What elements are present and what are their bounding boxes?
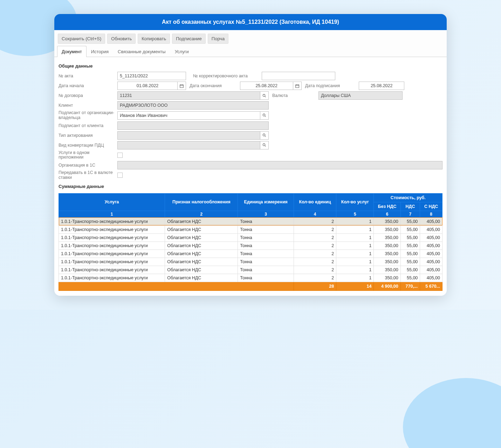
client-input[interactable] — [117, 101, 269, 110]
col-vat[interactable]: НДС — [400, 202, 420, 211]
cell-unit: Тонна — [238, 241, 294, 250]
org-signer-input[interactable] — [117, 111, 260, 120]
cell-wVat: 405,00 — [420, 274, 442, 282]
col-cost-group[interactable]: Стоимость, руб. — [374, 193, 442, 202]
search-icon[interactable] — [260, 141, 269, 149]
cell-vat: 55,00 — [400, 274, 420, 282]
cell-woVat: 350,00 — [374, 241, 400, 250]
cell-servicesCount: 1 — [336, 233, 374, 241]
tab-document[interactable]: Документ — [57, 46, 87, 57]
cell-woVat: 350,00 — [374, 274, 400, 282]
cell-wVat: 405,00 — [420, 241, 442, 250]
cell-woVat: 350,00 — [374, 225, 400, 233]
calendar-icon[interactable] — [178, 82, 186, 90]
cell-servicesCount: 1 — [336, 250, 374, 258]
col-service[interactable]: Услуга — [59, 193, 165, 211]
cell-taxSign: Облагается НДС — [165, 217, 238, 225]
services-one-app-checkbox[interactable] — [117, 153, 123, 158]
table-row[interactable]: 1.0.1-Транспортно-экспедиционные услугиО… — [59, 266, 442, 274]
table-row[interactable]: 1.0.1-Транспортно-экспедиционные услугиО… — [59, 241, 442, 250]
cell-unit: Тонна — [238, 233, 294, 241]
label-start-date: Дата начала — [59, 83, 117, 88]
client-signer-input[interactable] — [117, 121, 269, 130]
label-pass-1c-rate-currency: Передавать в 1С в валюте ставки — [59, 170, 117, 180]
cell-vat: 55,00 — [400, 241, 420, 250]
refresh-button[interactable]: Обновить — [107, 34, 136, 44]
table-row[interactable]: 1.0.1-Транспортно-экспедиционные услугиО… — [59, 250, 442, 258]
cell-servicesCount: 1 — [336, 225, 374, 233]
label-sign-date: Дата подписания — [302, 83, 344, 88]
cell-wVat: 405,00 — [420, 258, 442, 266]
label-org-signer: Подписант от организации-владельца — [59, 111, 117, 120]
cell-vat: 55,00 — [400, 266, 420, 274]
cell-servicesCount: 1 — [336, 241, 374, 250]
cell-wVat: 405,00 — [420, 250, 442, 258]
label-correction-act-number: № корректировочного акта — [186, 74, 251, 78]
col-units-count[interactable]: Кол-во единиц — [294, 193, 336, 211]
col-tax-sign[interactable]: Признак налогообложения — [165, 193, 238, 211]
label-act-type: Тип актирования — [59, 133, 117, 138]
table-totals-row: 28 14 4 900,00 770,... 5 670... — [59, 282, 442, 290]
sign-date-input[interactable] — [359, 82, 404, 90]
col-services-count[interactable]: Кол-во услуг — [336, 193, 374, 211]
col-cost-with-vat[interactable]: С НДС — [420, 202, 442, 211]
cell-unitsCount: 2 — [294, 250, 336, 258]
colnum: 2 — [165, 211, 238, 217]
search-icon[interactable] — [260, 111, 269, 120]
spoilage-button[interactable]: Порча — [208, 34, 229, 44]
svg-point-14 — [263, 144, 265, 146]
colnum: 8 — [420, 211, 442, 217]
currency-input[interactable] — [318, 91, 403, 100]
end-date-input[interactable] — [240, 82, 293, 90]
label-pdc-conversion: Вид конвертации ПДЦ — [59, 143, 117, 148]
col-cost-without-vat[interactable]: Без НДС — [374, 202, 400, 211]
correction-act-number-input[interactable] — [262, 72, 335, 80]
label-currency: Валюта — [269, 93, 291, 98]
label-end-date: Дата окончания — [186, 83, 225, 88]
start-date-input[interactable] — [117, 82, 178, 90]
cell-woVat: 350,00 — [374, 266, 400, 274]
svg-line-11 — [265, 116, 266, 117]
cell-woVat: 350,00 — [374, 233, 400, 241]
svg-line-13 — [265, 136, 266, 137]
pdc-conversion-input[interactable] — [117, 141, 260, 149]
colnum: 7 — [400, 211, 420, 217]
table-row[interactable]: 1.0.1-Транспортно-экспедиционные услугиО… — [59, 258, 442, 266]
tab-history[interactable]: История — [87, 46, 113, 57]
cell-taxSign: Облагается НДС — [165, 258, 238, 266]
calendar-icon[interactable] — [293, 82, 302, 90]
section-summary-header: Суммарные данные — [59, 181, 442, 191]
act-type-input[interactable] — [117, 131, 260, 140]
table-row[interactable]: 1.0.1-Транспортно-экспедиционные услугиО… — [59, 225, 442, 233]
sign-button[interactable]: Подписание — [172, 34, 206, 44]
cell-woVat: 350,00 — [374, 258, 400, 266]
label-client: Клиент — [59, 103, 117, 108]
search-icon[interactable] — [260, 91, 269, 100]
tabs: Документ История Связанные документы Усл… — [54, 46, 447, 57]
search-icon[interactable] — [260, 131, 269, 140]
contract-number-input[interactable] — [117, 91, 260, 100]
table-row[interactable]: 1.0.1-Транспортно-экспедиционные услугиО… — [59, 274, 442, 282]
pass-1c-rate-currency-checkbox[interactable] — [117, 173, 123, 178]
cell-unitsCount: 2 — [294, 225, 336, 233]
table-row[interactable]: 1.0.1-Транспортно-экспедиционные услугиО… — [59, 233, 442, 241]
total-units-count: 28 — [294, 282, 336, 290]
org-1c-input[interactable] — [117, 161, 442, 169]
act-number-input[interactable] — [117, 72, 186, 80]
col-unit[interactable]: Единица измерения — [238, 193, 294, 211]
cell-servicesCount: 1 — [336, 258, 374, 266]
save-button[interactable]: Сохранить (Ctrl+S) — [58, 34, 105, 44]
tab-related-docs[interactable]: Связанные документы — [113, 46, 170, 57]
cell-taxSign: Облагается НДС — [165, 266, 238, 274]
cell-unitsCount: 2 — [294, 266, 336, 274]
svg-line-15 — [265, 146, 266, 147]
tab-services[interactable]: Услуги — [170, 46, 193, 57]
cell-wVat: 405,00 — [420, 217, 442, 225]
cell-taxSign: Облагается НДС — [165, 233, 238, 241]
cell-unitsCount: 2 — [294, 258, 336, 266]
copy-button[interactable]: Копировать — [138, 34, 170, 44]
table-row[interactable]: 1.0.1-Транспортно-экспедиционные услугиО… — [59, 217, 442, 225]
colnum: 6 — [374, 211, 400, 217]
content: Общие данные № акта № корректировочного … — [54, 57, 447, 296]
cell-taxSign: Облагается НДС — [165, 225, 238, 233]
